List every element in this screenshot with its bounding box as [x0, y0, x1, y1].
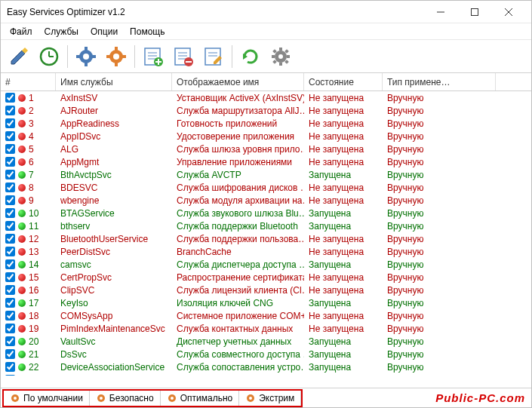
tool-refresh-icon[interactable] [237, 43, 264, 70]
row-checkbox[interactable] [5, 336, 15, 346]
row-number: 6 [29, 157, 34, 167]
table-row[interactable]: 3AppReadinessГотовность приложенийНе зап… [1, 117, 531, 130]
column-header-state[interactable]: Состояние [304, 73, 383, 90]
row-checkbox[interactable] [5, 298, 15, 308]
status-dot-icon [18, 351, 26, 358]
column-header-display[interactable]: Отображаемое имя [172, 73, 304, 90]
service-list[interactable]: 1AxInstSVУстановщик ActiveX (AxInstSV)Не… [1, 91, 531, 376]
row-checkbox[interactable] [5, 195, 15, 205]
display-name: Готовность приложений [172, 118, 304, 129]
row-checkbox[interactable] [5, 324, 15, 333]
table-row[interactable]: 12BluetoothUserServiceСлужба поддержки п… [1, 232, 531, 245]
table-row[interactable]: 14camsvcСлужба диспетчера доступа …Запущ… [1, 258, 531, 271]
minimize-button[interactable] [423, 2, 457, 23]
preset-safe[interactable]: Безопасно [90, 391, 161, 406]
display-name: Служба шифрования дисков … [172, 183, 304, 193]
service-name: DsSvc [56, 349, 172, 360]
service-name: VaultSvc [56, 336, 172, 347]
table-row[interactable]: 19PimIndexMaintenanceSvcСлужба контактны… [1, 322, 531, 335]
column-header-number[interactable]: # [1, 73, 56, 90]
status-dot-icon [18, 235, 26, 243]
preset-extreme[interactable]: Экстрим [239, 391, 301, 406]
row-checkbox[interactable] [5, 285, 15, 295]
service-state: Не запущена [304, 311, 383, 321]
tool-pencil-icon[interactable] [5, 43, 32, 70]
row-checkbox[interactable] [5, 272, 15, 282]
svg-rect-19 [106, 55, 110, 58]
table-row[interactable]: 17KeyIsoИзоляция ключей CNGЗапущенаВручн… [1, 296, 531, 309]
table-row[interactable]: 13PeerDistSvcBranchCacheНе запущенаВручн… [1, 245, 531, 258]
tool-list-remove-icon[interactable] [170, 43, 197, 70]
maximize-button[interactable] [457, 2, 491, 23]
tool-gear-blue-icon[interactable] [72, 43, 100, 70]
row-checkbox[interactable] [5, 311, 15, 321]
preset-default[interactable]: По умолчании [4, 391, 90, 406]
menu-options[interactable]: Опции [85, 25, 124, 38]
status-dot-icon [18, 312, 26, 320]
table-row[interactable]: 7BthAvctpSvcСлужба AVCTPЗапущенаВручную [1, 168, 531, 181]
tool-gear-orange-icon[interactable] [103, 43, 130, 70]
row-number: 18 [29, 311, 38, 321]
tool-clock-icon[interactable] [35, 43, 63, 70]
startup-type: Вручную [383, 311, 496, 321]
table-row[interactable]: 5ALGСлужба шлюза уровня прило…Не запущен… [1, 143, 531, 155]
row-checkbox[interactable] [5, 259, 15, 269]
row-number: 12 [29, 234, 38, 244]
menu-file[interactable]: Файл [4, 25, 38, 38]
tool-list-add-icon[interactable] [140, 43, 167, 70]
column-header-name[interactable]: Имя службы [56, 73, 172, 90]
row-checkbox[interactable] [5, 118, 15, 128]
tool-list-edit-icon[interactable] [200, 43, 227, 70]
column-header-type[interactable]: Тип примене… [383, 73, 496, 90]
menu-services[interactable]: Службы [38, 25, 85, 38]
display-name: Служба модуля архивации на… [172, 195, 304, 206]
tool-settings-icon[interactable] [267, 43, 294, 70]
row-checkbox[interactable] [5, 362, 15, 372]
row-checkbox[interactable] [5, 208, 15, 218]
service-name: wbengine [56, 195, 172, 206]
table-row[interactable]: 21DsSvcСлужба совместного доступа …Запущ… [1, 348, 531, 360]
row-number: 2 [29, 106, 34, 116]
table-row[interactable]: 8BDESVCСлужба шифрования дисков …Не запу… [1, 181, 531, 194]
table-row[interactable]: 11bthservСлужба поддержки BluetoothЗапущ… [1, 219, 531, 232]
table-row[interactable]: 10BTAGServiceСлужба звукового шлюза Blu…… [1, 207, 531, 219]
row-checkbox[interactable] [5, 234, 15, 244]
row-checkbox[interactable] [5, 170, 15, 179]
table-row[interactable]: 6AppMgmtУправление приложениямиНе запуще… [1, 155, 531, 168]
row-number: 4 [29, 131, 34, 142]
table-row[interactable]: 16ClipSVCСлужба лицензий клиента (Cl…Не … [1, 284, 531, 296]
row-checkbox[interactable] [5, 375, 15, 376]
preset-optimal[interactable]: Оптимально [161, 391, 240, 406]
service-state: Не запущена [304, 285, 383, 296]
table-row[interactable]: 9wbengineСлужба модуля архивации на…Не з… [1, 194, 531, 207]
row-checkbox[interactable] [5, 221, 15, 231]
service-name: bthserv [56, 221, 172, 232]
table-row[interactable]: 4AppIDSvcУдостоверение приложенияНе запу… [1, 130, 531, 143]
table-row[interactable]: 23DeviceInstallСлужба установки устройст… [1, 373, 531, 376]
service-state: Запущена [304, 362, 383, 373]
row-checkbox[interactable] [5, 93, 15, 103]
window-controls [423, 2, 525, 23]
svg-rect-1 [471, 8, 478, 15]
table-row[interactable]: 15CertPropSvcРаспространение сертификата… [1, 271, 531, 284]
row-checkbox[interactable] [5, 247, 15, 256]
status-dot-icon [18, 299, 26, 307]
svg-rect-42 [279, 63, 282, 66]
row-checkbox[interactable] [5, 349, 15, 359]
status-dot-icon [18, 107, 26, 115]
row-checkbox[interactable] [5, 131, 15, 141]
display-name: Изоляция ключей CNG [172, 298, 304, 308]
table-row[interactable]: 1AxInstSVУстановщик ActiveX (AxInstSV)Не… [1, 91, 531, 104]
table-row[interactable]: 18COMSysAppСистемное приложение COM+Не з… [1, 309, 531, 322]
row-checkbox[interactable] [5, 106, 15, 115]
menu-help[interactable]: Помощь [124, 25, 171, 38]
row-checkbox[interactable] [5, 144, 15, 154]
table-row[interactable]: 22DeviceAssociationServiceСлужба сопоста… [1, 360, 531, 373]
row-number: 22 [29, 362, 38, 373]
close-button[interactable] [491, 2, 525, 23]
svg-rect-14 [92, 55, 96, 58]
row-checkbox[interactable] [5, 183, 15, 192]
table-row[interactable]: 20VaultSvcДиспетчер учетных данныхЗапуще… [1, 335, 531, 348]
row-checkbox[interactable] [5, 157, 15, 167]
table-row[interactable]: 2AJRouterСлужба маршрутизатора AllJ…Не з… [1, 104, 531, 117]
